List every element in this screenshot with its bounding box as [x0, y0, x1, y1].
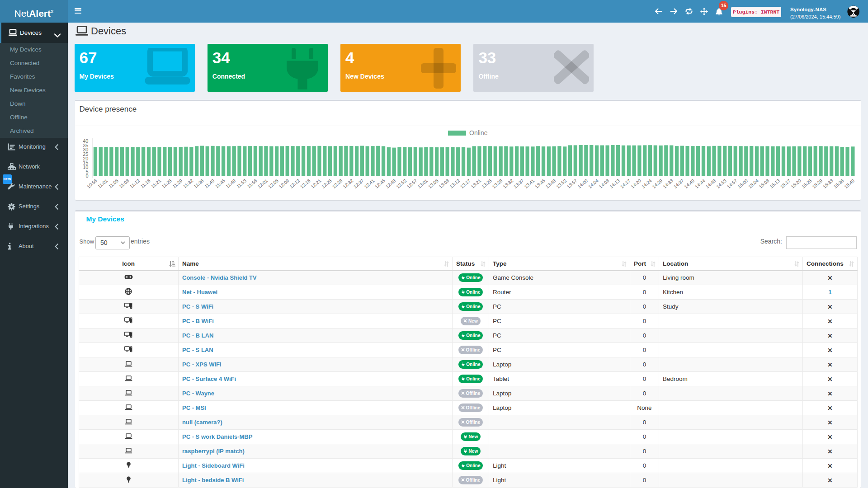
svg-text:11:12: 11:12 [129, 178, 141, 189]
svg-text:11:29: 11:29 [171, 178, 183, 189]
svg-text:14:48: 14:48 [704, 178, 717, 189]
svg-text:12:21: 12:21 [310, 178, 322, 189]
svg-text:13:45: 13:45 [534, 178, 546, 189]
svg-text:13:48: 13:48 [544, 178, 557, 189]
svg-text:14:17: 14:17 [619, 178, 631, 189]
svg-text:14:37: 14:37 [672, 178, 684, 189]
svg-text:14:33: 14:33 [662, 178, 674, 189]
svg-text:15:20: 15:20 [790, 178, 802, 189]
svg-text:11:45: 11:45 [214, 178, 226, 189]
svg-text:13:32: 13:32 [502, 178, 514, 189]
svg-text:13:41: 13:41 [523, 178, 535, 189]
svg-text:14:53: 14:53 [715, 178, 727, 189]
svg-text:12:05: 12:05 [267, 178, 279, 189]
svg-text:11:08: 11:08 [118, 178, 130, 189]
svg-text:12:12: 12:12 [288, 178, 301, 189]
svg-text:13:01: 13:01 [416, 178, 429, 189]
svg-text:15:29: 15:29 [811, 178, 823, 189]
svg-text:12:41: 12:41 [363, 178, 375, 189]
svg-text:14:20: 14:20 [630, 178, 642, 189]
svg-text:14:24: 14:24 [641, 178, 653, 189]
svg-text:11:49: 11:49 [225, 178, 236, 189]
svg-text:13:37: 13:37 [513, 178, 525, 189]
svg-text:15:00: 15:00 [736, 178, 749, 189]
svg-text:12:37: 12:37 [353, 178, 365, 189]
svg-text:11:21: 11:21 [150, 178, 162, 189]
svg-text:13:28: 13:28 [491, 178, 503, 189]
svg-text:13:05: 13:05 [427, 178, 439, 189]
svg-text:12:52: 12:52 [395, 178, 407, 189]
svg-text:15:13: 15:13 [769, 178, 781, 189]
svg-text:40: 40 [83, 138, 88, 144]
svg-text:11:40: 11:40 [203, 178, 215, 189]
svg-text:11:01: 11:01 [97, 178, 108, 189]
svg-text:14:04: 14:04 [587, 178, 599, 189]
svg-text:15:36: 15:36 [832, 178, 844, 189]
svg-text:13:25: 13:25 [481, 178, 493, 189]
svg-text:14:08: 14:08 [598, 178, 610, 189]
svg-text:11:53: 11:53 [236, 178, 247, 189]
svg-text:11:56: 11:56 [246, 178, 258, 189]
svg-text:13:12: 13:12 [448, 178, 461, 189]
svg-text:11:05: 11:05 [107, 178, 119, 189]
svg-text:14:29: 14:29 [651, 178, 663, 189]
svg-text:15:17: 15:17 [779, 178, 791, 189]
svg-text:14:57: 14:57 [726, 178, 738, 189]
svg-text:12:32: 12:32 [342, 178, 354, 189]
svg-text:10:56: 10:56 [86, 178, 98, 189]
svg-text:12:09: 12:09 [278, 178, 290, 189]
svg-text:11:32: 11:32 [182, 178, 194, 189]
svg-text:13:57: 13:57 [566, 178, 578, 189]
svg-text:15:04: 15:04 [747, 178, 760, 189]
svg-text:13:52: 13:52 [555, 178, 567, 189]
svg-text:12:28: 12:28 [331, 178, 343, 189]
svg-text:13:21: 13:21 [470, 178, 482, 189]
svg-text:11:36: 11:36 [193, 178, 204, 189]
svg-text:14:44: 14:44 [694, 178, 706, 189]
svg-text:13:17: 13:17 [459, 178, 472, 189]
svg-text:12:48: 12:48 [384, 178, 396, 189]
svg-text:12:16: 12:16 [299, 178, 311, 189]
svg-text:15:08: 15:08 [758, 178, 770, 189]
svg-text:14:13: 14:13 [609, 178, 621, 189]
svg-text:12:45: 12:45 [374, 178, 386, 189]
svg-text:14:40: 14:40 [683, 178, 695, 189]
svg-text:12:01: 12:01 [256, 178, 269, 189]
svg-text:15:33: 15:33 [822, 178, 834, 189]
svg-text:12:57: 12:57 [406, 178, 418, 189]
svg-text:15:40: 15:40 [843, 178, 855, 189]
svg-text:14:00: 14:00 [576, 178, 589, 189]
svg-text:12:25: 12:25 [321, 178, 333, 189]
svg-text:11:16: 11:16 [139, 178, 151, 189]
svg-text:11:25: 11:25 [160, 178, 172, 189]
svg-text:15:25: 15:25 [801, 178, 813, 189]
svg-text:13:08: 13:08 [438, 178, 450, 189]
